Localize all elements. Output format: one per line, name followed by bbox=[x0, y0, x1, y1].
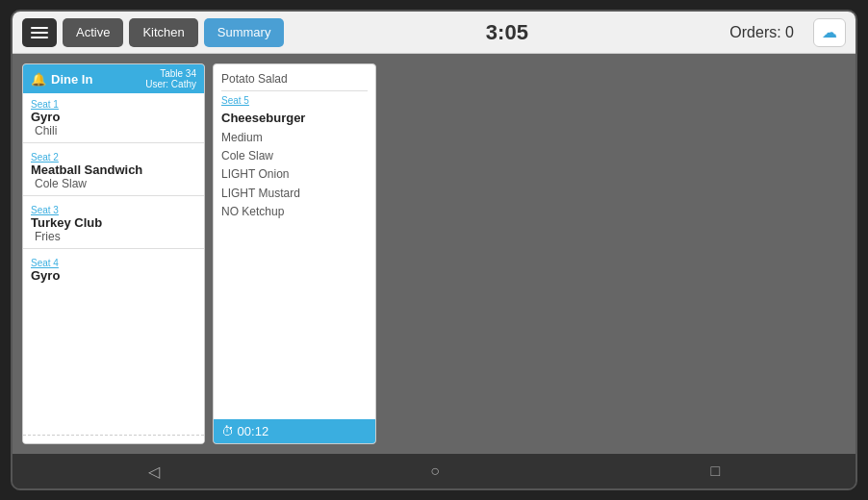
seat-2-item: Meatball Sandwich bbox=[31, 162, 196, 177]
seat-1-mod-0: Chili bbox=[31, 124, 196, 138]
menu-button[interactable] bbox=[22, 18, 57, 47]
seat-2-mod-0: Cole Slaw bbox=[31, 177, 196, 190]
order-header-left: 🔔 Dine In bbox=[31, 72, 92, 87]
table-label: Table 34 bbox=[145, 68, 196, 79]
dine-in-label: Dine In bbox=[51, 72, 92, 87]
kitchen-tab[interactable]: Kitchen bbox=[129, 18, 197, 47]
time-display: 3:05 bbox=[284, 20, 729, 45]
seat-3-item: Turkey Club bbox=[31, 215, 196, 230]
bell-icon: 🔔 bbox=[31, 72, 46, 87]
active-tab[interactable]: Active bbox=[63, 18, 123, 47]
detail-mod-1: Medium bbox=[221, 129, 368, 147]
seat-3-section: Seat 3 Turkey Club Fries bbox=[23, 199, 204, 245]
detail-mod-3: LIGHT Onion bbox=[221, 165, 368, 184]
nav-buttons: Active Kitchen Summary bbox=[22, 18, 284, 47]
detail-mod-5: NO Ketchup bbox=[221, 203, 368, 221]
orders-display: Orders: 0 bbox=[729, 24, 794, 41]
detail-content: Potato Salad Seat 5 Cheeseburger Medium … bbox=[214, 64, 375, 419]
detail-mod-2: Cole Slaw bbox=[221, 147, 368, 165]
bottom-bar: ◁ ○ □ bbox=[13, 454, 855, 488]
detail-mod-4: LIGHT Mustard bbox=[221, 185, 368, 203]
back-icon[interactable]: ◁ bbox=[148, 462, 160, 481]
detail-item-0: Potato Salad bbox=[221, 70, 368, 88]
seat-1-item: Gyro bbox=[31, 110, 196, 124]
main-content: 🔔 Dine In Table 34 User: Cathy Seat 1 Gy… bbox=[13, 54, 855, 454]
seat-1-label: Seat 1 bbox=[31, 99, 196, 110]
home-icon[interactable]: ○ bbox=[430, 462, 440, 480]
top-bar: Active Kitchen Summary 3:05 Orders: 0 ☁ bbox=[13, 12, 855, 54]
detail-main-item: Cheeseburger bbox=[221, 109, 368, 129]
order-header: 🔔 Dine In Table 34 User: Cathy bbox=[23, 64, 204, 93]
recents-icon[interactable]: □ bbox=[711, 462, 721, 480]
detail-panel: Potato Salad Seat 5 Cheeseburger Medium … bbox=[213, 63, 376, 444]
cloud-button[interactable]: ☁ bbox=[813, 18, 846, 47]
order-list-panel: 🔔 Dine In Table 34 User: Cathy Seat 1 Gy… bbox=[22, 63, 205, 444]
device-frame: Active Kitchen Summary 3:05 Orders: 0 ☁ … bbox=[11, 10, 857, 490]
seat-4-item: Gyro bbox=[31, 268, 196, 283]
seat-1-section: Seat 1 Gyro Chili bbox=[23, 93, 204, 139]
seat-4-section: Seat 4 Gyro bbox=[23, 252, 204, 285]
seat-3-label: Seat 3 bbox=[31, 205, 196, 215]
seat-4-label: Seat 4 bbox=[31, 258, 196, 268]
detail-timer: ⏱ 00:12 bbox=[214, 419, 375, 443]
user-label: User: Cathy bbox=[145, 79, 196, 89]
summary-tab[interactable]: Summary bbox=[204, 18, 285, 47]
detail-seat-label: Seat 5 bbox=[221, 93, 368, 109]
seat-3-mod-0: Fries bbox=[31, 230, 196, 243]
detail-divider bbox=[221, 90, 368, 91]
order-header-right: Table 34 User: Cathy bbox=[145, 68, 196, 89]
seat-2-label: Seat 2 bbox=[31, 152, 196, 162]
seat-2-section: Seat 2 Meatball Sandwich Cole Slaw bbox=[23, 146, 204, 192]
